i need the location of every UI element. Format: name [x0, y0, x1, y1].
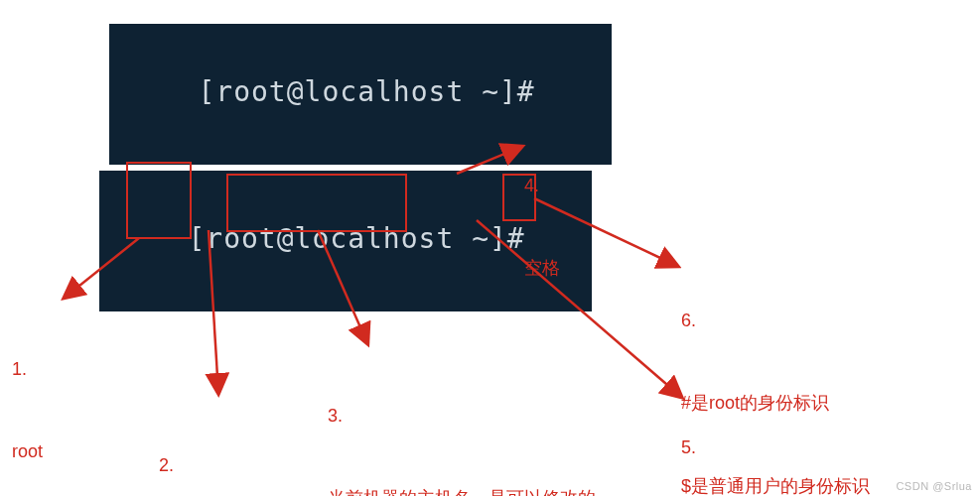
- diagram-stage: { "terminals": { "prompt1": "[root@local…: [0, 0, 980, 496]
- watermark-text: CSDN @Srlua: [896, 480, 972, 492]
- annotation-6-prompt-symbol: 6. #是root的身份标识 $是普通用户的身份标识: [681, 252, 870, 496]
- terminal-text: [root@localhost ~]#: [188, 222, 524, 255]
- annotation-2-separator: 2. @就是个分隔符: [159, 397, 284, 496]
- annotation-line: #是root的身份标识: [681, 390, 870, 418]
- annotation-number: 4.: [524, 173, 560, 200]
- annotation-3-hostname: 3. 当前机器的主机名，是可以修改的 一眼就看出，这台机器什么作用 mysql0…: [328, 347, 596, 496]
- annotation-line: 空格: [524, 255, 560, 283]
- terminal-prompt-annotated: [root@localhost ~]#: [99, 171, 592, 311]
- terminal-text: [root@localhost ~]#: [198, 75, 534, 108]
- annotation-number: 6.: [681, 308, 870, 335]
- annotation-number: 3.: [328, 403, 596, 431]
- annotation-line: $是普通用户的身份标识: [681, 473, 870, 496]
- annotation-number: 2.: [159, 452, 284, 480]
- annotation-line: 当前机器的主机名，是可以修改的: [328, 485, 596, 496]
- annotation-number: 1.: [12, 356, 191, 384]
- annotation-4-space: 4. 空格: [524, 117, 560, 338]
